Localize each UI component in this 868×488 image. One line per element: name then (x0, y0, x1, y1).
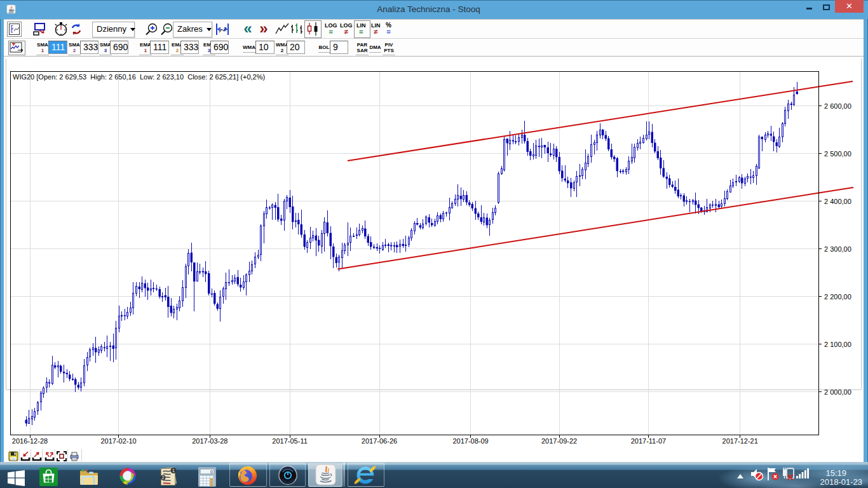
svg-text:2016-12-28: 2016-12-28 (12, 437, 48, 445)
svg-text:2017-12-21: 2017-12-21 (722, 437, 758, 445)
svg-text:2017-05-11: 2017-05-11 (272, 437, 307, 445)
svg-text:2017-06-26: 2017-06-26 (362, 437, 397, 445)
svg-text:2017-02-10: 2017-02-10 (100, 437, 136, 445)
svg-text:2017-08-09: 2017-08-09 (452, 437, 488, 445)
svg-text:2 300,00: 2 300,00 (824, 245, 851, 253)
svg-text:2: 2 (162, 475, 165, 480)
svg-text:2 500,00: 2 500,00 (824, 150, 851, 158)
svg-text:2 100,00: 2 100,00 (824, 341, 851, 348)
svg-text:2017-09-22: 2017-09-22 (541, 437, 577, 445)
svg-text:2 200,00: 2 200,00 (824, 293, 851, 301)
svg-text:2 600,00: 2 600,00 (824, 102, 851, 110)
svg-text:2 000,00: 2 000,00 (824, 388, 851, 396)
svg-text:2017-11-07: 2017-11-07 (631, 437, 666, 445)
svg-text:0: 0 (210, 470, 213, 474)
svg-text:2017-03-28: 2017-03-28 (192, 437, 227, 445)
svg-text:1: 1 (172, 468, 175, 473)
svg-text:WIG20 [Open: 2 629,53 High: 2: WIG20 [Open: 2 629,53 High: 2 650,16 Low… (13, 73, 265, 81)
svg-text:2 400,00: 2 400,00 (824, 198, 851, 205)
